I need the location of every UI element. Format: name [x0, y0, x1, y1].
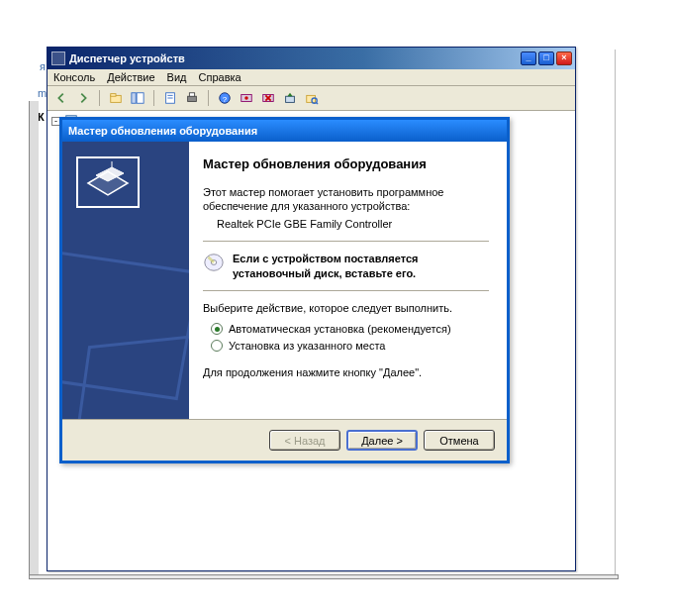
back-button: < Назад [269, 430, 340, 451]
choose-action-text: Выберите действие, которое следует выпол… [203, 301, 489, 315]
menu-action[interactable]: Действие [107, 71, 154, 83]
uninstall-icon[interactable] [258, 88, 278, 108]
svg-rect-3 [137, 93, 144, 104]
svg-rect-17 [307, 95, 316, 102]
refresh-icon[interactable] [237, 88, 256, 108]
radio-auto-install[interactable]: Автоматическая установка (рекомендуется) [211, 323, 489, 335]
cd-hint-text: Если с устройством поставляется установо… [233, 252, 489, 280]
svg-rect-8 [189, 93, 194, 97]
maximize-button[interactable]: □ [538, 51, 554, 65]
cd-icon [203, 252, 225, 273]
bg-text: К [38, 111, 45, 123]
continue-hint: Для продолжения нажмите кнопку "Далее". [203, 365, 489, 379]
wizard-titlebar[interactable]: Мастер обновления оборудования [62, 120, 507, 142]
separator [208, 90, 209, 106]
close-button[interactable]: × [556, 51, 572, 65]
properties-icon[interactable] [160, 88, 180, 108]
menu-help[interactable]: Справка [199, 71, 241, 83]
svg-text:?: ? [223, 95, 228, 104]
up-icon[interactable] [106, 88, 126, 108]
svg-rect-7 [188, 96, 197, 101]
help-icon[interactable]: ? [215, 88, 235, 108]
menu-console[interactable]: Консоль [53, 71, 95, 83]
bg-text: я [40, 60, 46, 72]
hardware-icon [82, 161, 134, 203]
menubar: Консоль Действие Вид Справка [48, 69, 575, 86]
minimize-button[interactable]: _ [521, 51, 536, 65]
wizard-intro-text: Этот мастер помогает установить программ… [203, 185, 489, 214]
wizard-content: Мастер обновления оборудования Этот маст… [189, 142, 507, 419]
separator [99, 90, 100, 106]
separator [203, 241, 489, 242]
svg-point-12 [244, 96, 248, 100]
separator [203, 290, 489, 291]
svg-rect-2 [132, 93, 136, 104]
scan-icon[interactable] [302, 88, 322, 108]
svg-line-19 [316, 102, 318, 104]
separator [153, 90, 154, 106]
update-driver-icon[interactable] [280, 88, 300, 108]
window-title: Диспетчер устройств [69, 52, 185, 64]
forward-icon[interactable] [73, 88, 93, 108]
titlebar[interactable]: Диспетчер устройств _ □ × [48, 48, 575, 69]
hardware-update-wizard: Мастер обновления оборудования Мастер об… [59, 117, 510, 463]
bg-text: m [38, 87, 47, 99]
app-icon [51, 51, 65, 65]
radio-manual-install[interactable]: Установка из указанного места [211, 340, 489, 352]
cancel-button[interactable]: Отмена [424, 430, 495, 451]
radio-icon [211, 323, 223, 335]
print-icon[interactable] [182, 88, 202, 108]
wizard-button-row: < Назад Далее > Отмена [62, 420, 507, 461]
device-name: Realtek PCIe GBE Family Controller [217, 217, 489, 231]
next-button[interactable]: Далее > [346, 430, 418, 451]
wizard-heading: Мастер обновления оборудования [203, 155, 489, 173]
menu-view[interactable]: Вид [167, 71, 187, 83]
svg-rect-1 [111, 94, 116, 97]
show-hide-tree-icon[interactable] [128, 88, 147, 108]
svg-rect-16 [286, 96, 295, 102]
wizard-title: Мастер обновления оборудования [68, 125, 257, 137]
background-panel-fragment [615, 50, 616, 577]
wizard-sidebar [62, 142, 189, 419]
back-icon[interactable] [51, 88, 71, 108]
background-panel-fragment [29, 101, 39, 576]
background-panel-fragment [29, 574, 619, 579]
radio-icon [211, 340, 223, 352]
install-mode-radiogroup: Автоматическая установка (рекомендуется)… [211, 323, 489, 352]
toolbar: ? [48, 86, 575, 111]
radio-manual-label: Установка из указанного места [229, 340, 385, 352]
radio-auto-label: Автоматическая установка (рекомендуется) [229, 323, 451, 335]
